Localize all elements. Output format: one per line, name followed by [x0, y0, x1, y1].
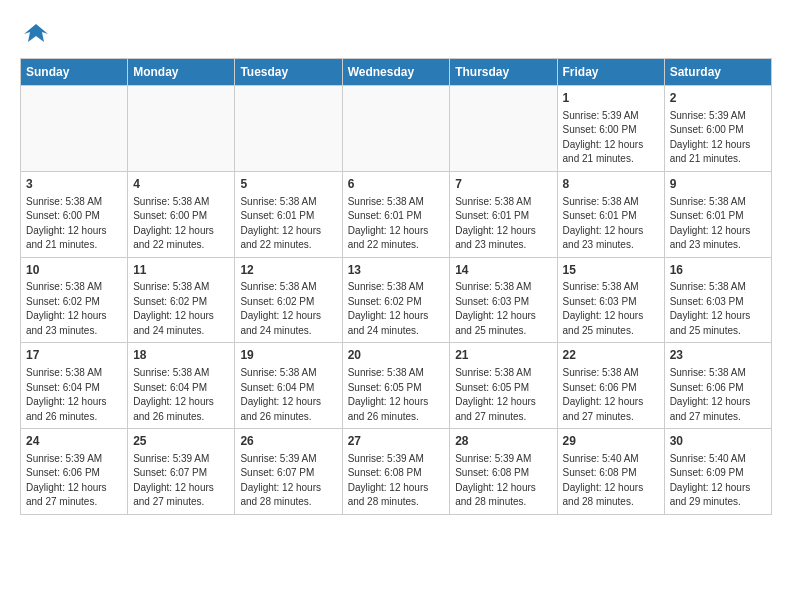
calendar-day-cell: 20Sunrise: 5:38 AM Sunset: 6:05 PM Dayli… [342, 343, 450, 429]
day-number: 16 [670, 262, 766, 279]
day-info: Sunrise: 5:39 AM Sunset: 6:07 PM Dayligh… [133, 452, 229, 510]
day-number: 15 [563, 262, 659, 279]
day-number: 4 [133, 176, 229, 193]
day-number: 2 [670, 90, 766, 107]
day-number: 13 [348, 262, 445, 279]
calendar-header-row: SundayMondayTuesdayWednesdayThursdayFrid… [21, 59, 772, 86]
day-number: 24 [26, 433, 122, 450]
day-number: 11 [133, 262, 229, 279]
calendar-day-cell: 21Sunrise: 5:38 AM Sunset: 6:05 PM Dayli… [450, 343, 557, 429]
day-info: Sunrise: 5:38 AM Sunset: 6:03 PM Dayligh… [670, 280, 766, 338]
calendar-day-cell: 28Sunrise: 5:39 AM Sunset: 6:08 PM Dayli… [450, 429, 557, 515]
day-number: 29 [563, 433, 659, 450]
calendar-day-cell: 4Sunrise: 5:38 AM Sunset: 6:00 PM Daylig… [128, 171, 235, 257]
day-number: 30 [670, 433, 766, 450]
calendar-day-cell: 15Sunrise: 5:38 AM Sunset: 6:03 PM Dayli… [557, 257, 664, 343]
day-info: Sunrise: 5:38 AM Sunset: 6:03 PM Dayligh… [563, 280, 659, 338]
calendar-day-cell: 25Sunrise: 5:39 AM Sunset: 6:07 PM Dayli… [128, 429, 235, 515]
day-info: Sunrise: 5:38 AM Sunset: 6:02 PM Dayligh… [348, 280, 445, 338]
calendar-day-cell [235, 86, 342, 172]
page-header [20, 16, 772, 48]
day-info: Sunrise: 5:39 AM Sunset: 6:07 PM Dayligh… [240, 452, 336, 510]
calendar-day-cell: 16Sunrise: 5:38 AM Sunset: 6:03 PM Dayli… [664, 257, 771, 343]
day-info: Sunrise: 5:38 AM Sunset: 6:03 PM Dayligh… [455, 280, 551, 338]
calendar-day-cell: 1Sunrise: 5:39 AM Sunset: 6:00 PM Daylig… [557, 86, 664, 172]
day-number: 20 [348, 347, 445, 364]
calendar-day-cell: 13Sunrise: 5:38 AM Sunset: 6:02 PM Dayli… [342, 257, 450, 343]
logo [20, 20, 50, 48]
day-info: Sunrise: 5:40 AM Sunset: 6:09 PM Dayligh… [670, 452, 766, 510]
calendar-day-cell: 29Sunrise: 5:40 AM Sunset: 6:08 PM Dayli… [557, 429, 664, 515]
calendar-day-cell: 27Sunrise: 5:39 AM Sunset: 6:08 PM Dayli… [342, 429, 450, 515]
weekday-header-monday: Monday [128, 59, 235, 86]
day-number: 9 [670, 176, 766, 193]
day-info: Sunrise: 5:38 AM Sunset: 6:06 PM Dayligh… [670, 366, 766, 424]
day-info: Sunrise: 5:39 AM Sunset: 6:08 PM Dayligh… [455, 452, 551, 510]
calendar-day-cell: 22Sunrise: 5:38 AM Sunset: 6:06 PM Dayli… [557, 343, 664, 429]
calendar-week-row: 24Sunrise: 5:39 AM Sunset: 6:06 PM Dayli… [21, 429, 772, 515]
day-info: Sunrise: 5:40 AM Sunset: 6:08 PM Dayligh… [563, 452, 659, 510]
calendar-day-cell [450, 86, 557, 172]
calendar-day-cell: 14Sunrise: 5:38 AM Sunset: 6:03 PM Dayli… [450, 257, 557, 343]
calendar-day-cell: 8Sunrise: 5:38 AM Sunset: 6:01 PM Daylig… [557, 171, 664, 257]
day-info: Sunrise: 5:39 AM Sunset: 6:00 PM Dayligh… [563, 109, 659, 167]
calendar-day-cell: 9Sunrise: 5:38 AM Sunset: 6:01 PM Daylig… [664, 171, 771, 257]
day-info: Sunrise: 5:39 AM Sunset: 6:00 PM Dayligh… [670, 109, 766, 167]
day-number: 1 [563, 90, 659, 107]
calendar-day-cell: 10Sunrise: 5:38 AM Sunset: 6:02 PM Dayli… [21, 257, 128, 343]
day-number: 17 [26, 347, 122, 364]
calendar-day-cell [342, 86, 450, 172]
day-info: Sunrise: 5:38 AM Sunset: 6:01 PM Dayligh… [240, 195, 336, 253]
day-number: 23 [670, 347, 766, 364]
day-info: Sunrise: 5:38 AM Sunset: 6:04 PM Dayligh… [133, 366, 229, 424]
day-info: Sunrise: 5:38 AM Sunset: 6:05 PM Dayligh… [455, 366, 551, 424]
calendar-day-cell: 18Sunrise: 5:38 AM Sunset: 6:04 PM Dayli… [128, 343, 235, 429]
day-number: 19 [240, 347, 336, 364]
day-number: 3 [26, 176, 122, 193]
calendar-day-cell [128, 86, 235, 172]
logo-bird-icon [22, 20, 50, 48]
calendar-week-row: 1Sunrise: 5:39 AM Sunset: 6:00 PM Daylig… [21, 86, 772, 172]
day-number: 26 [240, 433, 336, 450]
calendar-day-cell: 7Sunrise: 5:38 AM Sunset: 6:01 PM Daylig… [450, 171, 557, 257]
day-info: Sunrise: 5:38 AM Sunset: 6:05 PM Dayligh… [348, 366, 445, 424]
calendar-week-row: 17Sunrise: 5:38 AM Sunset: 6:04 PM Dayli… [21, 343, 772, 429]
day-info: Sunrise: 5:39 AM Sunset: 6:08 PM Dayligh… [348, 452, 445, 510]
day-number: 28 [455, 433, 551, 450]
calendar-day-cell: 30Sunrise: 5:40 AM Sunset: 6:09 PM Dayli… [664, 429, 771, 515]
weekday-header-sunday: Sunday [21, 59, 128, 86]
day-number: 8 [563, 176, 659, 193]
day-info: Sunrise: 5:38 AM Sunset: 6:01 PM Dayligh… [563, 195, 659, 253]
day-number: 7 [455, 176, 551, 193]
calendar-day-cell: 5Sunrise: 5:38 AM Sunset: 6:01 PM Daylig… [235, 171, 342, 257]
day-info: Sunrise: 5:38 AM Sunset: 6:04 PM Dayligh… [26, 366, 122, 424]
day-info: Sunrise: 5:38 AM Sunset: 6:02 PM Dayligh… [240, 280, 336, 338]
day-info: Sunrise: 5:38 AM Sunset: 6:02 PM Dayligh… [26, 280, 122, 338]
weekday-header-thursday: Thursday [450, 59, 557, 86]
day-info: Sunrise: 5:38 AM Sunset: 6:02 PM Dayligh… [133, 280, 229, 338]
calendar-day-cell: 6Sunrise: 5:38 AM Sunset: 6:01 PM Daylig… [342, 171, 450, 257]
calendar-week-row: 10Sunrise: 5:38 AM Sunset: 6:02 PM Dayli… [21, 257, 772, 343]
calendar-day-cell: 2Sunrise: 5:39 AM Sunset: 6:00 PM Daylig… [664, 86, 771, 172]
weekday-header-friday: Friday [557, 59, 664, 86]
day-info: Sunrise: 5:38 AM Sunset: 6:00 PM Dayligh… [133, 195, 229, 253]
day-info: Sunrise: 5:38 AM Sunset: 6:06 PM Dayligh… [563, 366, 659, 424]
weekday-header-wednesday: Wednesday [342, 59, 450, 86]
day-number: 21 [455, 347, 551, 364]
calendar-day-cell: 11Sunrise: 5:38 AM Sunset: 6:02 PM Dayli… [128, 257, 235, 343]
day-number: 18 [133, 347, 229, 364]
day-number: 27 [348, 433, 445, 450]
calendar-day-cell: 12Sunrise: 5:38 AM Sunset: 6:02 PM Dayli… [235, 257, 342, 343]
logo-text [20, 20, 50, 48]
day-info: Sunrise: 5:38 AM Sunset: 6:01 PM Dayligh… [670, 195, 766, 253]
calendar-day-cell: 17Sunrise: 5:38 AM Sunset: 6:04 PM Dayli… [21, 343, 128, 429]
day-number: 10 [26, 262, 122, 279]
day-info: Sunrise: 5:38 AM Sunset: 6:04 PM Dayligh… [240, 366, 336, 424]
weekday-header-tuesday: Tuesday [235, 59, 342, 86]
day-info: Sunrise: 5:39 AM Sunset: 6:06 PM Dayligh… [26, 452, 122, 510]
svg-marker-0 [24, 24, 48, 42]
day-info: Sunrise: 5:38 AM Sunset: 6:01 PM Dayligh… [348, 195, 445, 253]
weekday-header-saturday: Saturday [664, 59, 771, 86]
day-info: Sunrise: 5:38 AM Sunset: 6:00 PM Dayligh… [26, 195, 122, 253]
calendar-day-cell [21, 86, 128, 172]
